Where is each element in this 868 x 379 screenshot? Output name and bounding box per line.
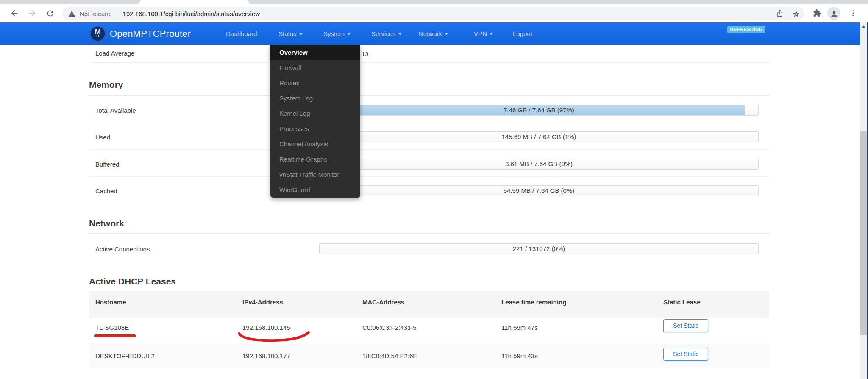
forward-icon[interactable]	[26, 7, 38, 19]
memory-row-label: Used	[95, 134, 110, 141]
chevron-down-icon	[398, 33, 402, 35]
network-heading: Network	[89, 218, 124, 229]
reload-icon[interactable]	[44, 7, 56, 19]
lease-mac: 18:C0:4D:54:E2:6E	[362, 352, 417, 359]
progress-value: 54.59 MB / 7.64 GB (0%)	[320, 186, 758, 196]
screen: Not secure 192.168.100.1/cgi-bin/luci/ad…	[0, 0, 868, 379]
menu-item-realtime-graphs[interactable]: Realtime Graphs	[270, 152, 360, 167]
lease-time: 11h 59m 43s	[501, 352, 538, 359]
chevron-down-icon	[490, 33, 493, 35]
memory-cached-bar: 54.59 MB / 7.64 GB (0%)	[319, 185, 759, 196]
chevron-down-icon	[445, 33, 448, 35]
nav-item-vpn[interactable]: VPN	[474, 30, 493, 37]
security-label[interactable]: Not secure	[80, 10, 111, 17]
menu-item-channel-analysis[interactable]: Channel Analysis	[270, 137, 360, 152]
refreshing-badge: REFRESHING	[727, 26, 765, 33]
row-divider	[89, 176, 769, 177]
not-secure-warning-icon[interactable]	[68, 10, 75, 17]
lease-time: 11h 59m 47s	[501, 324, 538, 331]
row-divider	[89, 123, 769, 123]
menu-item-overview[interactable]: Overview	[270, 45, 360, 60]
memory-heading: Memory	[89, 80, 123, 90]
column-header-mac: MAC-Address	[362, 298, 404, 306]
scrollbar-up-arrow-icon[interactable]	[862, 25, 866, 28]
nav-item-dashboard[interactable]: Dashboard	[226, 30, 257, 37]
menu-item-firewall[interactable]: Firewall	[270, 60, 360, 75]
extensions-icon[interactable]	[811, 7, 823, 19]
url-bar[interactable]: Not secure 192.168.100.1/cgi-bin/luci/ad…	[62, 7, 804, 20]
load-average-label: Load Average	[95, 50, 134, 57]
progress-value: 7.46 GB / 7.64 GB (97%)	[320, 105, 758, 115]
section-divider	[89, 233, 769, 234]
lease-mac: C0:06:C3:F2:43:F5	[362, 324, 417, 331]
status-dropdown-menu: Overview Firewall Routes System Log Kern…	[270, 45, 360, 198]
chevron-down-icon	[347, 33, 351, 35]
dhcp-leases-heading: Active DHCP Leases	[89, 276, 176, 287]
nav-item-system[interactable]: System	[323, 30, 351, 37]
nav-item-logout[interactable]: Logout	[513, 30, 532, 37]
nav-item-services[interactable]: Services	[371, 30, 402, 37]
menu-item-kernel-log[interactable]: Kernel Log	[270, 106, 360, 121]
active-tab[interactable]	[139, 0, 249, 4]
openmptcprouter-logo[interactable]: M R	[90, 26, 106, 42]
share-icon[interactable]	[774, 7, 786, 19]
column-header-ipv4: IPv4-Address	[242, 298, 283, 306]
back-icon[interactable]	[8, 7, 20, 19]
url-separator	[117, 10, 117, 17]
memory-used-bar: 145.69 MB / 7.64 GB (1%)	[319, 131, 759, 142]
memory-total-available-bar: 7.46 GB / 7.64 GB (97%)	[319, 105, 759, 116]
row-divider	[89, 203, 769, 203]
profile-avatar[interactable]	[827, 7, 840, 20]
menu-item-vnstat-traffic-monitor[interactable]: vnStat Traffic Monitor	[270, 167, 360, 182]
progress-value: 3.61 MB / 7.64 GB (0%)	[320, 159, 758, 169]
menu-item-routes[interactable]: Routes	[270, 75, 360, 91]
lease-hostname: TL-SG108E	[95, 324, 129, 331]
active-connections-bar: 221 / 131072 (0%)	[319, 243, 759, 254]
brand-title[interactable]: OpenMPTCProuter	[110, 28, 191, 39]
menu-item-processes[interactable]: Processes	[270, 121, 360, 137]
memory-row-label: Total Available	[95, 107, 136, 114]
memory-row-label: Buffered	[95, 161, 119, 168]
tab-strip	[0, 0, 868, 4]
section-divider	[89, 95, 769, 96]
column-header-static-lease: Static Lease	[663, 298, 701, 306]
browser-menu-icon[interactable]	[847, 7, 859, 19]
url-text[interactable]: 192.168.100.1/cgi-bin/luci/admin/status/…	[123, 10, 260, 17]
chevron-down-icon	[299, 33, 303, 35]
menu-item-wireguard[interactable]: WireGuard	[270, 182, 360, 198]
memory-buffered-bar: 3.61 MB / 7.64 GB (0%)	[319, 159, 759, 170]
column-header-hostname: Hostname	[95, 298, 126, 306]
row-divider	[89, 62, 769, 63]
nav-item-network[interactable]: Network	[419, 30, 448, 37]
bookmark-star-icon[interactable]	[790, 7, 802, 19]
scrollbar-thumb[interactable]	[860, 131, 867, 335]
set-static-button[interactable]: Set Static	[663, 348, 708, 361]
annotation-underline-ip	[236, 330, 312, 343]
set-static-button[interactable]: Set Static	[663, 319, 708, 332]
memory-row-label: Cached	[95, 187, 117, 195]
column-header-lease-time: Lease time remaining	[501, 298, 566, 306]
menu-item-system-log[interactable]: System Log	[270, 91, 360, 106]
annotation-underline-hostname	[94, 334, 136, 337]
logo-letter-r: R	[91, 34, 105, 38]
active-connections-label: Active Connections	[95, 245, 150, 253]
lease-ip: 192.168.100.177	[242, 352, 290, 359]
load-average-value-fragment: 13	[362, 50, 369, 58]
progress-value: 145.69 MB / 7.64 GB (1%)	[320, 132, 758, 142]
lease-hostname: DESKTOP-EDDUIL2	[95, 352, 155, 359]
nav-item-status[interactable]: Status	[278, 30, 303, 37]
progress-value: 221 / 131072 (0%)	[320, 244, 758, 254]
row-divider	[89, 149, 769, 150]
